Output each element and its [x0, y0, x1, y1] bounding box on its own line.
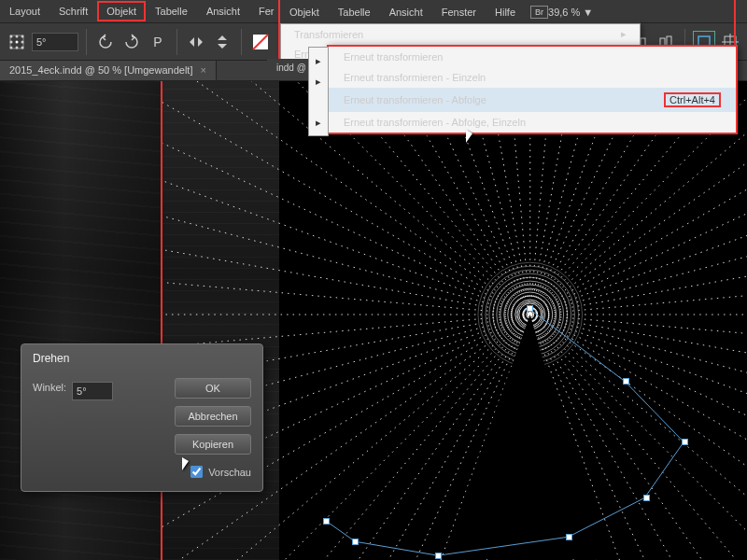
cancel-button[interactable]: Abbrechen [175, 406, 251, 427]
shortcut: Ctrl+Alt+4 [664, 92, 721, 107]
bridge-icon[interactable]: Br [530, 6, 548, 19]
menu-objekt[interactable]: Objekt [97, 1, 146, 21]
chevron-right-icon: ▸ [309, 50, 328, 71]
zoom-select[interactable]: 39,6 % ▼ [548, 7, 593, 18]
handle[interactable] [323, 518, 330, 525]
menu2-ansicht[interactable]: Ansicht [380, 3, 432, 21]
rotate-cw-icon[interactable] [120, 31, 143, 53]
copy-button[interactable]: Kopieren [175, 434, 251, 455]
menu2-hilfe[interactable]: Hilfe [486, 3, 525, 21]
preview-checkbox[interactable]: Vorschau [175, 466, 251, 478]
menu2-objekt[interactable]: Objekt [280, 3, 329, 21]
document-tab[interactable]: 2015_4eck.indd @ 50 % [Umgewandelt]× [0, 61, 217, 80]
rotate-dialog: Drehen Winkel: OK Abbrechen Kopieren Vor… [21, 343, 263, 492]
handle[interactable] [566, 534, 572, 540]
menu-fenster[interactable]: Fer [249, 1, 284, 21]
submenu-erneut: ▸ ▸ ▸ Erneut transformieren Erneut trans… [327, 45, 738, 134]
close-icon[interactable]: × [200, 64, 205, 76]
svg-point-3 [21, 35, 24, 37]
menu-item-abfolge[interactable]: Erneut transformieren - AbfolgeCtrl+Alt+… [329, 88, 736, 112]
svg-line-24 [530, 315, 747, 427]
svg-point-5 [16, 40, 19, 43]
ok-button[interactable]: OK [175, 378, 251, 399]
svg-point-9 [21, 46, 24, 49]
svg-line-92 [530, 202, 747, 315]
svg-line-60 [162, 202, 530, 315]
rotate-input[interactable] [32, 33, 78, 51]
handle[interactable] [527, 305, 533, 312]
stroke-icon[interactable] [249, 31, 272, 53]
handle[interactable] [643, 495, 650, 501]
menu-item[interactable]: Erneut transformieren - Abfolge, Einzeln [329, 112, 736, 133]
chevron-right-icon: ▸ [621, 28, 627, 40]
rotate-ccw-icon[interactable] [94, 31, 117, 53]
flip-icon[interactable]: P [147, 31, 169, 53]
handle[interactable] [623, 378, 629, 385]
flip-v-icon[interactable] [211, 31, 233, 53]
menu-tabelle[interactable]: Tabelle [146, 1, 197, 21]
menu2-fenster[interactable]: Fenster [432, 3, 486, 21]
tab-label: 2015_4eck.indd @ 50 % [Umgewandelt] [9, 64, 192, 76]
handle[interactable] [682, 439, 688, 445]
menu-item[interactable]: Erneut transformieren - Einzeln [329, 67, 736, 88]
menu-transformieren[interactable]: Transformieren▸ [281, 24, 640, 44]
angle-input[interactable] [72, 382, 113, 400]
svg-point-4 [10, 40, 13, 43]
svg-point-2 [16, 35, 19, 37]
menu2-tabelle[interactable]: Tabelle [329, 3, 380, 21]
menu-schrift[interactable]: Schrift [49, 1, 97, 21]
svg-point-7 [10, 46, 13, 49]
svg-point-8 [16, 46, 19, 49]
flip-h-icon[interactable] [185, 31, 207, 53]
chevron-right-icon: ▸ [309, 112, 328, 133]
svg-line-59 [162, 258, 530, 315]
menu-ansicht[interactable]: Ansicht [197, 1, 249, 21]
menu-overlay: Objekt Tabelle Ansicht Fenster Hilfe Br … [280, 0, 641, 64]
svg-point-6 [21, 40, 24, 43]
angle-label: Winkel: [33, 382, 66, 393]
submenu-left-arrows: ▸ ▸ ▸ [308, 47, 329, 136]
handle[interactable] [435, 553, 442, 559]
menu-layout[interactable]: Layout [0, 1, 49, 21]
dialog-title: Drehen [21, 344, 262, 372]
reference-point-icon[interactable] [6, 31, 28, 53]
chevron-right-icon: ▸ [309, 71, 328, 91]
menu-item[interactable]: Erneut transformieren [329, 47, 736, 67]
svg-point-1 [10, 35, 13, 37]
handle[interactable] [352, 539, 359, 545]
